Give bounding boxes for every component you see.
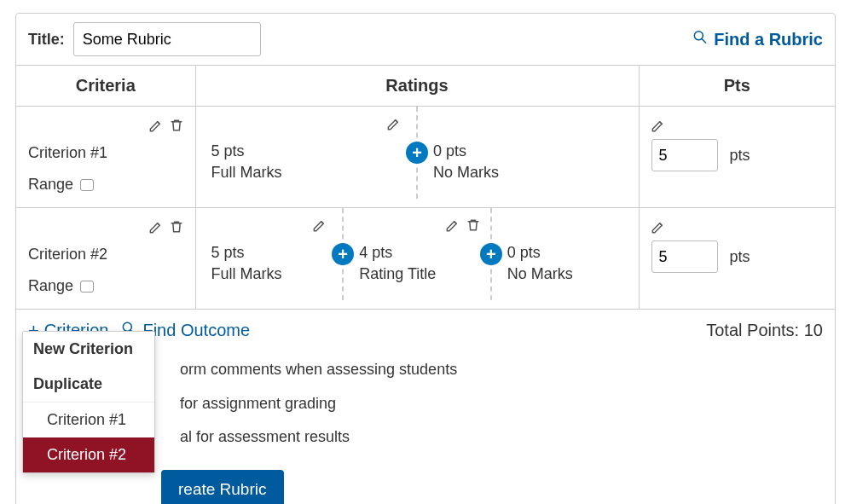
ratings-cell: 5 pts Full Marks + 0 pts No Marks [196,107,639,199]
dropdown-duplicate-header: Duplicate [23,367,154,403]
option-freeform-label: orm comments when assessing students [180,353,457,387]
create-rubric-button[interactable]: reate Rubric [161,470,284,504]
criterion-name: Criterion #1 [28,144,183,162]
add-rating-button[interactable]: + [332,243,354,265]
range-label: Range [28,176,73,194]
svg-point-0 [695,32,703,40]
title-row: Title: Find a Rubric [16,14,835,65]
title-input[interactable] [73,22,261,56]
find-rubric-label: Find a Rubric [714,30,823,49]
add-rating-button[interactable]: + [480,243,502,265]
pts-input[interactable] [651,240,718,273]
criterion-name: Criterion #2 [28,246,183,264]
rating-pts: 0 pts [507,244,623,262]
plus-icon: + [412,143,422,163]
rating-pts: 5 pts [211,244,327,262]
criterion-row: Criterion #2 Range [16,208,835,310]
plus-icon: + [338,245,348,264]
ratings-cell: 5 pts Full Marks + [196,208,639,300]
rating-desc: No Marks [507,265,623,283]
rating-pts: 5 pts [211,142,402,160]
range-label: Range [28,277,73,295]
svg-point-2 [124,322,132,331]
criteria-cell: Criterion #1 Range [16,107,195,207]
svg-line-1 [703,39,706,43]
trash-icon[interactable] [465,217,482,234]
pencil-icon[interactable] [650,117,667,137]
rating-desc: Rating Title [359,265,475,283]
find-rubric-link[interactable]: Find a Rubric [692,29,823,50]
find-outcome-label: Find Outcome [142,321,250,340]
pts-input[interactable] [651,139,718,171]
title-label: Title: [28,31,65,49]
search-icon [692,29,709,50]
dropdown-duplicate-item[interactable]: Criterion #1 [23,403,154,437]
criteria-cell: Criterion #2 Range [16,208,195,309]
rating-desc: Full Marks [211,164,402,182]
dropdown-duplicate-item[interactable]: Criterion #2 [23,437,154,472]
pencil-icon[interactable] [650,218,667,239]
pts-cell: pts [640,208,836,287]
rating-pts: 0 pts [433,142,623,160]
pencil-icon[interactable] [311,217,328,237]
range-checkbox[interactable] [80,179,94,191]
pencil-icon[interactable] [385,115,402,136]
option-visible-results-label: al for assessment results [180,420,350,455]
pencil-icon[interactable] [148,117,165,134]
add-rating-button[interactable]: + [406,142,428,164]
range-row: Range [28,277,183,295]
col-header-ratings: Ratings [195,66,639,107]
pencil-icon[interactable] [148,218,165,235]
pts-suffix: pts [730,147,750,165]
trash-icon[interactable] [168,218,185,235]
trash-icon[interactable] [168,117,185,134]
pts-suffix: pts [730,248,750,266]
rubric-table: Criteria Ratings Pts [16,65,835,310]
range-row: Range [28,176,183,194]
col-header-pts: Pts [639,66,835,107]
rating-desc: Full Marks [211,265,327,283]
pencil-icon[interactable] [444,217,461,234]
option-not-grading-label: for assignment grading [180,387,336,421]
total-points: Total Points: 10 [706,321,823,340]
rating-pts: 4 pts [359,244,475,262]
criterion-row: Criterion #1 Range [16,107,835,208]
pts-cell: pts [640,107,836,185]
plus-icon: + [486,245,496,264]
dropdown-new-criterion[interactable]: New Criterion [23,332,154,367]
criterion-dropdown: New Criterion Duplicate Criterion #1 Cri… [22,331,155,473]
col-header-criteria: Criteria [16,66,195,107]
range-checkbox[interactable] [80,281,94,293]
rating-desc: No Marks [433,164,623,182]
